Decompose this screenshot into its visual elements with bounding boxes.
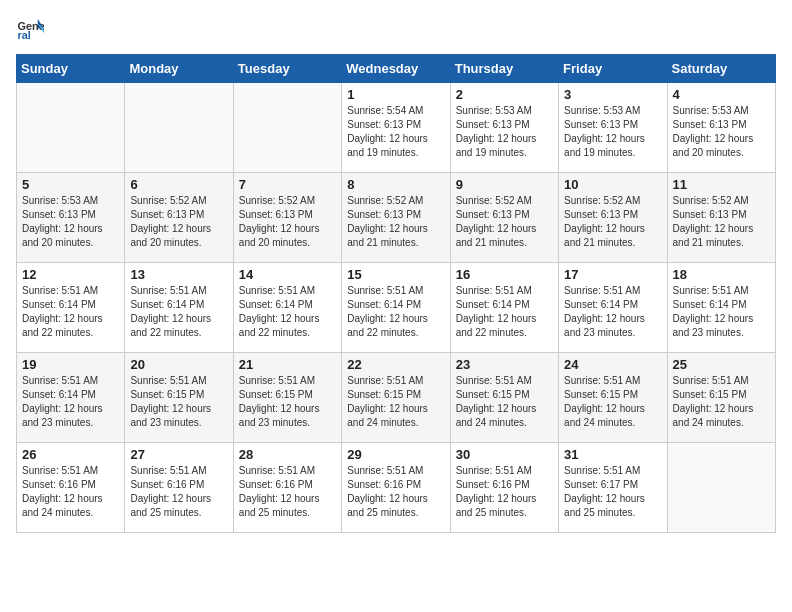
day-info: Sunrise: 5:52 AM Sunset: 6:13 PM Dayligh… <box>456 194 553 250</box>
day-info: Sunrise: 5:51 AM Sunset: 6:14 PM Dayligh… <box>564 284 661 340</box>
day-number: 5 <box>22 177 119 192</box>
header-thursday: Thursday <box>450 55 558 83</box>
logo: Gene ral <box>16 16 48 44</box>
day-number: 21 <box>239 357 336 372</box>
calendar-cell: 22Sunrise: 5:51 AM Sunset: 6:15 PM Dayli… <box>342 353 450 443</box>
day-number: 26 <box>22 447 119 462</box>
day-info: Sunrise: 5:54 AM Sunset: 6:13 PM Dayligh… <box>347 104 444 160</box>
day-info: Sunrise: 5:51 AM Sunset: 6:16 PM Dayligh… <box>347 464 444 520</box>
day-number: 18 <box>673 267 770 282</box>
day-info: Sunrise: 5:51 AM Sunset: 6:14 PM Dayligh… <box>456 284 553 340</box>
day-number: 29 <box>347 447 444 462</box>
day-info: Sunrise: 5:51 AM Sunset: 6:15 PM Dayligh… <box>347 374 444 430</box>
day-info: Sunrise: 5:51 AM Sunset: 6:16 PM Dayligh… <box>130 464 227 520</box>
calendar-cell: 1Sunrise: 5:54 AM Sunset: 6:13 PM Daylig… <box>342 83 450 173</box>
day-info: Sunrise: 5:51 AM Sunset: 6:14 PM Dayligh… <box>130 284 227 340</box>
calendar-cell: 18Sunrise: 5:51 AM Sunset: 6:14 PM Dayli… <box>667 263 775 353</box>
calendar-cell: 8Sunrise: 5:52 AM Sunset: 6:13 PM Daylig… <box>342 173 450 263</box>
calendar-table: Sunday Monday Tuesday Wednesday Thursday… <box>16 54 776 533</box>
calendar-cell: 21Sunrise: 5:51 AM Sunset: 6:15 PM Dayli… <box>233 353 341 443</box>
header-tuesday: Tuesday <box>233 55 341 83</box>
day-info: Sunrise: 5:52 AM Sunset: 6:13 PM Dayligh… <box>564 194 661 250</box>
header-monday: Monday <box>125 55 233 83</box>
day-info: Sunrise: 5:51 AM Sunset: 6:15 PM Dayligh… <box>456 374 553 430</box>
header: Gene ral <box>16 16 776 44</box>
header-saturday: Saturday <box>667 55 775 83</box>
day-number: 27 <box>130 447 227 462</box>
day-info: Sunrise: 5:51 AM Sunset: 6:15 PM Dayligh… <box>130 374 227 430</box>
day-number: 24 <box>564 357 661 372</box>
calendar-cell: 13Sunrise: 5:51 AM Sunset: 6:14 PM Dayli… <box>125 263 233 353</box>
calendar-cell: 11Sunrise: 5:52 AM Sunset: 6:13 PM Dayli… <box>667 173 775 263</box>
calendar-cell: 26Sunrise: 5:51 AM Sunset: 6:16 PM Dayli… <box>17 443 125 533</box>
calendar-cell: 2Sunrise: 5:53 AM Sunset: 6:13 PM Daylig… <box>450 83 558 173</box>
calendar-cell: 20Sunrise: 5:51 AM Sunset: 6:15 PM Dayli… <box>125 353 233 443</box>
header-sunday: Sunday <box>17 55 125 83</box>
day-number: 3 <box>564 87 661 102</box>
header-friday: Friday <box>559 55 667 83</box>
header-row: Sunday Monday Tuesday Wednesday Thursday… <box>17 55 776 83</box>
svg-text:ral: ral <box>18 29 31 41</box>
day-number: 15 <box>347 267 444 282</box>
day-info: Sunrise: 5:52 AM Sunset: 6:13 PM Dayligh… <box>347 194 444 250</box>
day-info: Sunrise: 5:53 AM Sunset: 6:13 PM Dayligh… <box>564 104 661 160</box>
logo-icon: Gene ral <box>16 16 44 44</box>
day-number: 16 <box>456 267 553 282</box>
day-number: 8 <box>347 177 444 192</box>
day-number: 30 <box>456 447 553 462</box>
day-info: Sunrise: 5:52 AM Sunset: 6:13 PM Dayligh… <box>130 194 227 250</box>
calendar-cell: 24Sunrise: 5:51 AM Sunset: 6:15 PM Dayli… <box>559 353 667 443</box>
day-number: 4 <box>673 87 770 102</box>
day-number: 23 <box>456 357 553 372</box>
calendar-cell: 17Sunrise: 5:51 AM Sunset: 6:14 PM Dayli… <box>559 263 667 353</box>
day-number: 14 <box>239 267 336 282</box>
day-info: Sunrise: 5:51 AM Sunset: 6:17 PM Dayligh… <box>564 464 661 520</box>
day-info: Sunrise: 5:51 AM Sunset: 6:14 PM Dayligh… <box>239 284 336 340</box>
day-info: Sunrise: 5:53 AM Sunset: 6:13 PM Dayligh… <box>456 104 553 160</box>
calendar-header: Sunday Monday Tuesday Wednesday Thursday… <box>17 55 776 83</box>
day-info: Sunrise: 5:53 AM Sunset: 6:13 PM Dayligh… <box>673 104 770 160</box>
day-number: 25 <box>673 357 770 372</box>
calendar-cell: 23Sunrise: 5:51 AM Sunset: 6:15 PM Dayli… <box>450 353 558 443</box>
day-number: 31 <box>564 447 661 462</box>
calendar-cell: 27Sunrise: 5:51 AM Sunset: 6:16 PM Dayli… <box>125 443 233 533</box>
header-wednesday: Wednesday <box>342 55 450 83</box>
day-number: 28 <box>239 447 336 462</box>
day-info: Sunrise: 5:51 AM Sunset: 6:14 PM Dayligh… <box>22 284 119 340</box>
calendar-cell <box>17 83 125 173</box>
day-info: Sunrise: 5:51 AM Sunset: 6:16 PM Dayligh… <box>239 464 336 520</box>
calendar-cell: 10Sunrise: 5:52 AM Sunset: 6:13 PM Dayli… <box>559 173 667 263</box>
calendar-cell: 15Sunrise: 5:51 AM Sunset: 6:14 PM Dayli… <box>342 263 450 353</box>
calendar-cell <box>233 83 341 173</box>
calendar-cell: 12Sunrise: 5:51 AM Sunset: 6:14 PM Dayli… <box>17 263 125 353</box>
calendar-cell: 9Sunrise: 5:52 AM Sunset: 6:13 PM Daylig… <box>450 173 558 263</box>
day-number: 10 <box>564 177 661 192</box>
day-info: Sunrise: 5:51 AM Sunset: 6:14 PM Dayligh… <box>347 284 444 340</box>
day-number: 20 <box>130 357 227 372</box>
calendar-cell: 19Sunrise: 5:51 AM Sunset: 6:14 PM Dayli… <box>17 353 125 443</box>
day-number: 19 <box>22 357 119 372</box>
day-info: Sunrise: 5:52 AM Sunset: 6:13 PM Dayligh… <box>239 194 336 250</box>
day-number: 9 <box>456 177 553 192</box>
calendar-cell: 31Sunrise: 5:51 AM Sunset: 6:17 PM Dayli… <box>559 443 667 533</box>
calendar-week-3: 12Sunrise: 5:51 AM Sunset: 6:14 PM Dayli… <box>17 263 776 353</box>
day-info: Sunrise: 5:52 AM Sunset: 6:13 PM Dayligh… <box>673 194 770 250</box>
day-info: Sunrise: 5:51 AM Sunset: 6:14 PM Dayligh… <box>22 374 119 430</box>
calendar-cell: 7Sunrise: 5:52 AM Sunset: 6:13 PM Daylig… <box>233 173 341 263</box>
day-info: Sunrise: 5:51 AM Sunset: 6:15 PM Dayligh… <box>239 374 336 430</box>
calendar-week-5: 26Sunrise: 5:51 AM Sunset: 6:16 PM Dayli… <box>17 443 776 533</box>
day-number: 7 <box>239 177 336 192</box>
day-info: Sunrise: 5:51 AM Sunset: 6:16 PM Dayligh… <box>22 464 119 520</box>
day-number: 17 <box>564 267 661 282</box>
calendar-cell: 29Sunrise: 5:51 AM Sunset: 6:16 PM Dayli… <box>342 443 450 533</box>
calendar-week-1: 1Sunrise: 5:54 AM Sunset: 6:13 PM Daylig… <box>17 83 776 173</box>
calendar-cell: 30Sunrise: 5:51 AM Sunset: 6:16 PM Dayli… <box>450 443 558 533</box>
calendar-cell <box>125 83 233 173</box>
calendar-week-4: 19Sunrise: 5:51 AM Sunset: 6:14 PM Dayli… <box>17 353 776 443</box>
day-number: 13 <box>130 267 227 282</box>
day-info: Sunrise: 5:51 AM Sunset: 6:16 PM Dayligh… <box>456 464 553 520</box>
day-number: 2 <box>456 87 553 102</box>
calendar-cell: 16Sunrise: 5:51 AM Sunset: 6:14 PM Dayli… <box>450 263 558 353</box>
calendar-cell: 14Sunrise: 5:51 AM Sunset: 6:14 PM Dayli… <box>233 263 341 353</box>
calendar-cell <box>667 443 775 533</box>
